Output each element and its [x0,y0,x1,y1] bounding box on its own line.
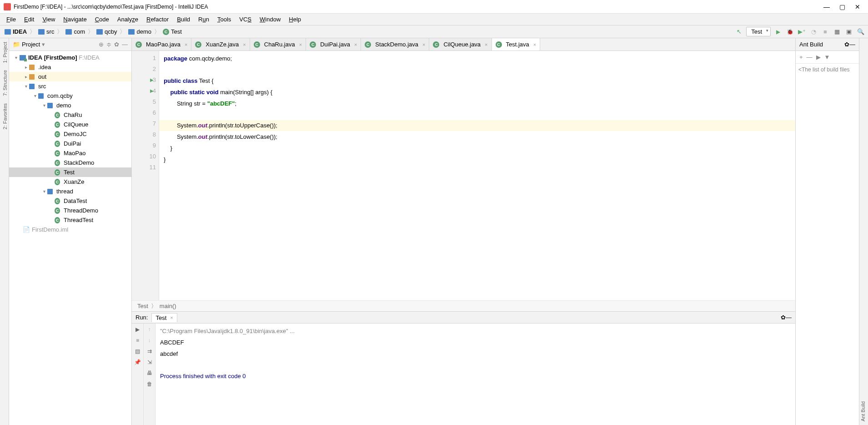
menu-run[interactable]: Run [195,15,213,24]
tab-maopao[interactable]: CMaoPao.java× [132,38,191,51]
tab-favorites[interactable]: 2: Favorites [0,100,9,133]
tab-cilqueue[interactable]: CCilQueue.java× [429,38,492,51]
menu-build[interactable]: Build [173,15,194,24]
locate-icon[interactable]: ⊕ [99,41,104,48]
print-icon[interactable]: 🖶 [146,369,154,377]
titlebar: FirstDemo [F:\IDEA] - ...\src\com\qcby\d… [0,0,868,14]
tree-xuanze: CXuanZe [9,177,131,187]
run-ant-icon[interactable]: ▶ [816,54,821,61]
menu-analyze[interactable]: Analyze [114,15,142,24]
close-button[interactable]: ✕ [854,4,861,10]
project-tree[interactable]: ▾IDEA [FirstDemo] F:\IDEA ▸.idea ▸out ▾s… [9,51,131,425]
stop-button[interactable]: ■ [821,27,830,36]
menu-tools[interactable]: Tools [214,15,235,24]
window-title: FirstDemo [F:\IDEA] - ...\src\com\qcby\d… [14,4,823,10]
menu-edit[interactable]: Edit [20,15,38,24]
down-icon[interactable]: ↓ [146,336,154,344]
profile-button[interactable]: ◔ [809,27,818,36]
tab-ant[interactable]: Ant Build [859,38,867,425]
editor-breadcrumb: Test〉main() [132,300,795,311]
run-hide-icon[interactable]: — [786,314,792,321]
line-gutter: 1 2 ▶3 ▶4 5 6 7 8 9 10 11 [132,51,159,300]
right-tool-gutter: Ant Build Database Maven [859,38,868,425]
crumb-demo[interactable]: demo [126,28,153,35]
ant-title: Ant Build [799,41,844,48]
menubar: File Edit View Navigate Code Analyze Ref… [0,14,868,25]
close-icon[interactable]: × [422,42,425,47]
close-icon[interactable]: × [185,42,187,47]
scroll-icon[interactable]: ⇲ [146,358,154,366]
tree-demojc: CDemoJC [9,129,131,139]
crumb-com[interactable]: com [64,28,87,35]
run-label: Run: [135,314,148,321]
project-panel: 📁Project ▾ ⊕ ≑ ✿ — ▾IDEA [FirstDemo] F:\… [9,38,132,425]
run-button[interactable]: ▶ [773,27,783,36]
crumb-test[interactable]: CTest [161,28,184,35]
ant-hide-icon[interactable]: — [849,41,855,48]
tree-charu: CChaRu [9,110,131,120]
crumb-qcby[interactable]: qcby [95,28,119,35]
collapse-icon[interactable]: ≑ [106,41,111,48]
run-gutter-icon[interactable]: ▶ [150,86,154,96]
menu-window[interactable]: Window [256,15,284,24]
settings-icon[interactable]: ✿ [114,41,119,48]
wrap-icon[interactable]: ⇉ [146,347,154,355]
app-icon [4,3,11,10]
close-icon[interactable]: × [354,42,357,47]
hide-icon[interactable]: — [122,41,128,48]
menu-code[interactable]: Code [91,15,113,24]
run-gutter-icon[interactable]: ▶ [150,75,154,86]
tab-xuanze[interactable]: CXuanZe.java× [191,38,250,51]
ant-panel: Ant Build ✿ — + — ▶ ▼ <The list of build… [795,38,859,425]
tab-test[interactable]: CTest.java× [492,38,541,51]
coverage-button[interactable]: ▶⁺ [797,27,806,36]
close-icon[interactable]: × [243,42,246,47]
close-icon[interactable]: × [533,42,536,47]
minimize-button[interactable]: — [823,4,830,10]
tree-stackdemo: CStackDemo [9,158,131,167]
pin-icon[interactable]: 📌 [134,358,142,366]
search-icon[interactable]: 🔍 [856,27,865,36]
menu-navigate[interactable]: Navigate [60,15,90,24]
crumb-idea[interactable]: IDEA [3,28,29,35]
layout-icon[interactable]: ▦ [833,27,842,36]
pin-icon[interactable]: ▣ [844,27,853,36]
filter-icon[interactable]: ▼ [824,54,830,61]
menu-vcs[interactable]: VCS [236,15,255,24]
tab-duipai[interactable]: CDuiPai.java× [306,38,361,51]
rerun-button[interactable]: ▶ [134,325,142,334]
editor-tabs: CMaoPao.java× CXuanZe.java× CChaRu.java×… [132,38,795,51]
close-icon[interactable]: × [299,42,302,47]
crumb-src[interactable]: src [36,28,56,35]
run-tab-test[interactable]: Test× [151,313,177,322]
nav-back-icon[interactable]: ↖ [734,27,743,36]
run-config-select[interactable]: Test [746,27,771,36]
close-icon[interactable]: × [170,315,173,320]
up-icon[interactable]: ↑ [146,325,154,334]
console-output[interactable]: "C:\Program Files\Java\jdk1.8.0_91\bin\j… [156,324,795,425]
tab-stackdemo[interactable]: CStackDemo.java× [361,38,429,51]
run-panel: Run: Test× ✿ — ▶ ■ ▤ 📌 ↑ ↓ ⇉ ⇲ 🖶 [132,311,795,425]
remove-icon[interactable]: — [807,54,813,61]
trash-icon[interactable]: 🗑 [146,380,154,388]
menu-refactor[interactable]: Refactor [143,15,172,24]
tab-charu[interactable]: CChaRu.java× [250,38,306,51]
menu-file[interactable]: File [3,15,20,24]
tab-structure[interactable]: 7: Structure [0,66,9,100]
tab-project[interactable]: 1: Project [0,38,9,66]
menu-view[interactable]: View [39,15,59,24]
close-icon[interactable]: × [485,42,487,47]
run-settings-icon[interactable]: ✿ [781,314,786,321]
tree-cilqueue: CCilQueue [9,120,131,129]
menu-help[interactable]: Help [285,15,305,24]
layout-icon[interactable]: ▤ [134,347,142,355]
tree-duipai: CDuiPai [9,139,131,148]
stop-run-button[interactable]: ■ [134,336,142,344]
add-icon[interactable]: + [799,54,803,61]
ant-empty-text: <The list of build files [796,64,859,425]
ant-settings-icon[interactable]: ✿ [844,41,849,48]
maximize-button[interactable]: ▢ [839,4,845,10]
debug-button[interactable]: 🐞 [785,27,794,36]
code-editor[interactable]: package com.qcby.demo; public class Test… [159,51,795,300]
left-tool-gutter: 1: Project 7: Structure 2: Favorites [0,38,9,425]
